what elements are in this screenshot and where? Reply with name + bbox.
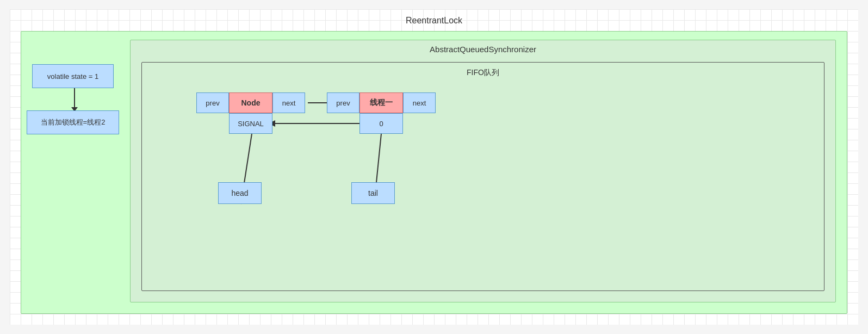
aqs-title: AbstractQueuedSynchronizer	[131, 45, 835, 54]
tail-pointer-box: tail	[351, 182, 395, 204]
node1-main-cell: Node	[229, 92, 272, 113]
node2-zero-cell: 0	[359, 113, 403, 134]
node1-bottom: SIGNAL	[229, 113, 272, 134]
fifo-box: FIFO队列	[141, 62, 824, 291]
fifo-title: FIFO队列	[142, 68, 824, 78]
node1-signal-cell: SIGNAL	[229, 113, 272, 134]
arrow-down-volatile	[71, 88, 78, 112]
node1-top-row: prev Node next	[196, 92, 305, 113]
node2-prev-cell: prev	[327, 92, 359, 113]
canvas: ReentrantLock volatile state = 1 当前加锁线程=…	[10, 9, 858, 325]
node2-next-cell: next	[403, 92, 436, 113]
node1-next-cell: next	[272, 92, 305, 113]
lock-thread-box: 当前加锁线程=线程2	[27, 110, 119, 134]
volatile-box: volatile state = 1	[32, 64, 114, 88]
node1-prev-cell: prev	[196, 92, 229, 113]
head-box: head	[218, 182, 262, 204]
tail-box: tail	[351, 182, 395, 204]
aqs-box: AbstractQueuedSynchronizer FIFO队列	[130, 40, 836, 302]
head-pointer-box: head	[218, 182, 262, 204]
node2-bottom: 0	[359, 113, 403, 134]
reentrant-title: ReentrantLock	[10, 16, 858, 26]
node2-top-row: prev 线程一 next	[327, 92, 436, 113]
arrow-line-v	[74, 88, 75, 107]
node2-main-cell: 线程一	[359, 92, 403, 113]
reentrant-box: volatile state = 1 当前加锁线程=线程2 AbstractQu…	[21, 31, 847, 314]
